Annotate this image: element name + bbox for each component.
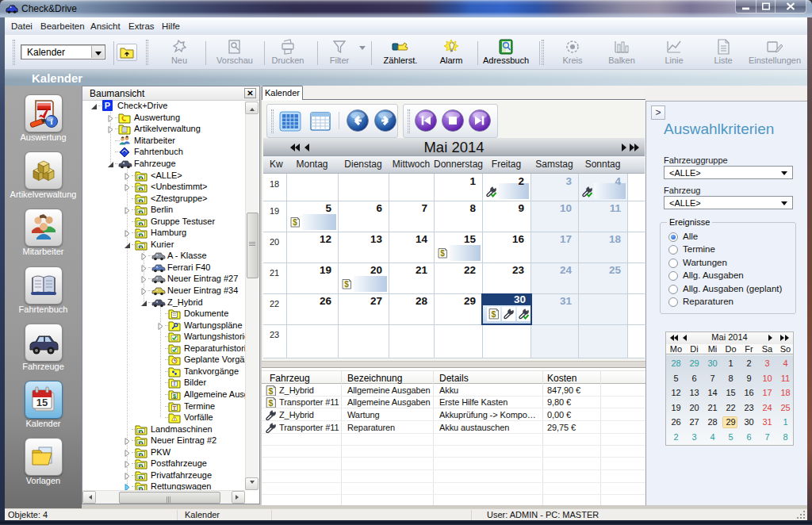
svg-text:i: i xyxy=(51,117,53,126)
svg-text:!: ! xyxy=(174,416,175,421)
svg-text:$: $ xyxy=(269,398,274,408)
svg-text:$: $ xyxy=(293,218,297,227)
svg-text:$: $ xyxy=(269,386,274,396)
svg-text:$: $ xyxy=(344,280,349,289)
svg-text:15: 15 xyxy=(36,397,48,408)
svg-text:$: $ xyxy=(440,249,445,258)
svg-text:P: P xyxy=(105,101,110,110)
svg-text:$: $ xyxy=(492,309,496,319)
svg-text:i: i xyxy=(174,381,175,386)
svg-text:T: T xyxy=(173,404,177,411)
